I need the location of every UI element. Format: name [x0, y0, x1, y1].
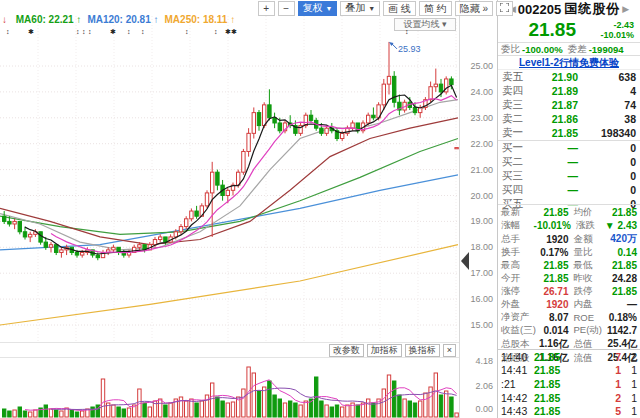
- price-tick-label: 19.00: [470, 216, 493, 226]
- switch-indicator-button[interactable]: 换指标: [405, 344, 440, 357]
- ask-row[interactable]: 卖三21.8774: [498, 98, 640, 112]
- bid-row[interactable]: 买四—0: [498, 183, 640, 197]
- book-row-label: 卖三: [502, 98, 528, 112]
- event-marker-row: ↕✱↕↕↕✱↕↕↕↕✱✱↕: [0, 27, 459, 39]
- price-tick-label: 17.00: [470, 268, 493, 278]
- draw-line-button[interactable]: 画 线: [383, 1, 416, 16]
- stat-label: 外盘: [501, 298, 538, 311]
- stat-row: 最新21.85均价21.85: [501, 206, 637, 219]
- stat-row: 换手0.17%量比0.14: [501, 246, 637, 259]
- stat-label: 量比: [574, 246, 607, 259]
- order-book: 卖五21.90638卖四21.894卖三21.8774卖二21.8638卖一21…: [498, 70, 640, 204]
- price-block: 21.85 -2.43 -10.01%: [498, 18, 640, 42]
- event-flag-icon[interactable]: ✱: [225, 27, 231, 37]
- stat-row: 最高21.85最低21.85: [501, 259, 637, 272]
- event-flag-icon[interactable]: ↕: [127, 27, 131, 37]
- stat-label: 净资产: [501, 311, 538, 324]
- book-row-volume: 198340: [578, 127, 636, 139]
- book-row-volume: 74: [578, 99, 636, 111]
- overlay-label: 叠加: [345, 2, 365, 13]
- tick-count: 1: [621, 392, 637, 404]
- event-flag-icon[interactable]: ↕: [6, 27, 10, 37]
- stat-row: 收益(三)0.014PE(动)1142.7: [501, 324, 637, 337]
- add-indicator-button[interactable]: 加指标: [367, 344, 402, 357]
- overlay-dropdown-button[interactable]: 叠加 ▼: [340, 1, 380, 16]
- stat-value: ▼ 2.43: [605, 220, 637, 231]
- bid-row[interactable]: 买三—0: [498, 169, 640, 183]
- price-tick-label: 16.00: [470, 294, 493, 304]
- tick-volume: 2: [576, 392, 621, 404]
- book-row-label: 买二: [502, 155, 528, 169]
- stat-label: 均价: [574, 206, 607, 219]
- stat-value: 21.85: [607, 207, 638, 218]
- stat-value: 8.07: [538, 312, 569, 323]
- event-flag-icon[interactable]: ↕: [82, 27, 86, 37]
- event-flag-icon[interactable]: ✱: [231, 27, 237, 37]
- ask-row[interactable]: 卖二21.8638: [498, 112, 640, 126]
- event-flag-icon[interactable]: ↕: [88, 27, 92, 37]
- bid-row[interactable]: 买二—0: [498, 155, 640, 169]
- stat-value: 0.014: [538, 325, 569, 336]
- main-kline-chart[interactable]: 25.93: [0, 16, 459, 342]
- event-flag-icon[interactable]: ↕: [141, 27, 145, 37]
- book-row-volume: 638: [578, 71, 636, 83]
- stat-value: 1920: [538, 299, 569, 310]
- zoom-out-button[interactable]: −: [278, 1, 295, 16]
- fuquan-dropdown-button[interactable]: 复权 ▼: [298, 1, 338, 16]
- chart-toolbar: + − 复权 ▼ 叠加 ▼ 画 线 简 约 隐藏 »: [0, 0, 513, 17]
- book-row-price: —: [528, 170, 578, 182]
- stock-code: 002205: [518, 2, 561, 17]
- book-row-price: 21.90: [528, 71, 578, 83]
- ask-row[interactable]: 卖五21.90638: [498, 70, 640, 84]
- weicha-label: 委差: [568, 43, 587, 56]
- price-tick-label: 21.00: [470, 165, 493, 175]
- close-indicator-button[interactable]: ×: [443, 344, 456, 357]
- stat-value: 420万: [607, 232, 638, 246]
- weicha-value: -199094: [589, 44, 624, 55]
- book-row-price: 21.86: [528, 113, 578, 125]
- stat-label: 今开: [501, 272, 538, 285]
- stat-row: 外盘1920内盘—: [501, 298, 637, 311]
- stat-row: 涨幅-10.01%涨跌▼ 2.43: [501, 219, 637, 232]
- stat-label: 总手: [501, 233, 538, 246]
- tick-time: 14:40: [501, 351, 534, 363]
- event-flag-icon[interactable]: ↕: [185, 27, 189, 37]
- book-row-price: 21.89: [528, 85, 578, 97]
- tick-price: 21.85: [534, 405, 576, 417]
- ask-row[interactable]: 卖一21.85198340: [498, 126, 640, 140]
- tick-row: :2121.8511: [501, 377, 637, 391]
- fullscreen-expand-icon[interactable]: [496, 1, 513, 16]
- stat-row: 涨停26.71跌停21.85: [501, 285, 637, 298]
- high-annotation: 25.93: [398, 44, 421, 54]
- event-flag-icon[interactable]: ✱: [110, 27, 116, 37]
- price-tick-label: 24.00: [470, 87, 493, 97]
- time-sales-list[interactable]: 14:4021.857214:4121.8511:2121.851114:422…: [498, 349, 640, 418]
- bid-row[interactable]: 买一—0: [498, 141, 640, 155]
- tick-time: 14:42: [501, 392, 534, 404]
- event-flag-icon[interactable]: ↕: [76, 27, 80, 37]
- simple-mode-button[interactable]: 简 约: [419, 1, 452, 16]
- ask-row[interactable]: 卖四21.894: [498, 84, 640, 98]
- volume-chart[interactable]: [0, 358, 459, 418]
- level2-promo-row: Level1-2行情免费体验: [498, 56, 640, 70]
- hide-panel-button[interactable]: 隐藏 »: [455, 1, 493, 16]
- zoom-in-button[interactable]: +: [258, 1, 275, 16]
- event-flag-icon[interactable]: ✱: [28, 27, 34, 37]
- event-flag-icon[interactable]: ↕: [214, 27, 218, 37]
- next-stock-arrow[interactable]: ▶: [622, 4, 629, 14]
- change-params-button[interactable]: 改参数: [329, 344, 364, 357]
- weibi-label: 委比: [501, 43, 520, 56]
- tick-time: 14:43: [501, 405, 534, 417]
- ma-line-MA30: [0, 118, 458, 245]
- tick-price: 21.85: [534, 378, 576, 390]
- ma-line-MA250: [0, 245, 458, 325]
- stat-label: 最高: [501, 259, 538, 272]
- stats-grid: 最新21.85均价21.85涨幅-10.01%涨跌▼ 2.43总手1920金额4…: [498, 204, 640, 349]
- price-change: -2.43 -10.01%: [600, 20, 634, 41]
- event-flag-icon[interactable]: ↕: [405, 27, 409, 37]
- panel-collapse-handle[interactable]: [461, 252, 469, 270]
- level2-promo-link[interactable]: Level1-2行情免费体验: [519, 56, 619, 70]
- tick-row: 14:4221.8521: [501, 391, 637, 405]
- change-percent: -10.01%: [600, 30, 634, 40]
- weibi-row: 委比 -100.00% 委差 -199094: [498, 42, 640, 56]
